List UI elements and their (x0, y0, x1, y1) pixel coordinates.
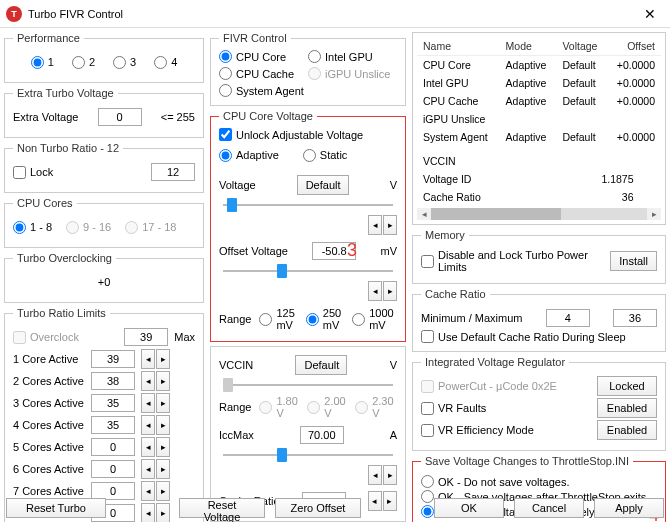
table-row: System AgentAdaptiveDefault+0.0000 (417, 128, 661, 146)
vccin-range-option: 1.80 V (259, 395, 301, 419)
core-value-input[interactable] (91, 460, 135, 478)
performance-option[interactable]: 1 (31, 56, 54, 69)
fivr-option[interactable]: CPU Core (219, 50, 308, 63)
offset-down[interactable]: ◂ (368, 281, 382, 301)
performance-option[interactable]: 3 (113, 56, 136, 69)
voltage-table: NameModeVoltageOffset CPU CoreAdaptiveDe… (417, 37, 661, 146)
save-option[interactable]: OK - Do not save voltages. (421, 475, 657, 488)
offset-up[interactable]: ▸ (383, 281, 397, 301)
reset-voltage-button[interactable]: Reset Voltage (179, 498, 265, 518)
fivr-option[interactable]: Intel GPU (308, 50, 397, 63)
cores-option[interactable]: 1 - 8 (13, 221, 52, 234)
core-up[interactable]: ▸ (156, 393, 170, 413)
core-value-input[interactable] (91, 372, 135, 390)
non-turbo-input[interactable] (151, 163, 195, 181)
vrfaults-button[interactable]: Enabled (597, 398, 657, 418)
extra-voltage-label: Extra Voltage (13, 111, 78, 123)
overclock-checkbox[interactable]: Overclock (13, 331, 79, 344)
reset-turbo-button[interactable]: Reset Turbo (6, 498, 106, 518)
non-turbo-group: Non Turbo Ratio - 12 Lock (4, 142, 204, 193)
offset-range-option[interactable]: 1000 mV (352, 307, 397, 331)
voltage-slider[interactable] (219, 197, 397, 213)
cache-max-input[interactable] (613, 309, 657, 327)
zero-offset-button[interactable]: Zero Offset (275, 498, 361, 518)
core-value-input[interactable] (91, 350, 135, 368)
voltage-default-button[interactable]: Default (297, 175, 349, 195)
powercut-checkbox: PowerCut - µCode 0x2E (421, 380, 557, 393)
iccmax-input[interactable] (300, 426, 344, 444)
table-row: Intel GPUAdaptiveDefault+0.0000 (417, 74, 661, 92)
table-row: Cache Ratio36 (417, 188, 661, 206)
disable-power-limits-checkbox[interactable]: Disable and Lock Turbo Power Limits (421, 249, 604, 273)
offset-slider[interactable] (219, 263, 397, 279)
table-scrollbar[interactable]: ◂▸ (417, 208, 661, 220)
core-row: 6 Cores Active◂▸ (13, 459, 195, 479)
core-down[interactable]: ◂ (141, 415, 155, 435)
powercut-locked-button[interactable]: Locked (597, 376, 657, 396)
vreff-button[interactable]: Enabled (597, 420, 657, 440)
offset-range-option[interactable]: 125 mV (259, 307, 299, 331)
fivr-option: iGPU Unslice (308, 67, 397, 80)
table-row: iGPU Unslice (417, 110, 661, 128)
voltage-down[interactable]: ◂ (368, 215, 382, 235)
iccmax-down[interactable]: ◂ (368, 465, 382, 485)
core-row: 2 Cores Active◂▸ (13, 371, 195, 391)
core-down[interactable]: ◂ (141, 393, 155, 413)
core-value-input[interactable] (91, 416, 135, 434)
performance-option[interactable]: 4 (154, 56, 177, 69)
core-row: 3 Cores Active◂▸ (13, 393, 195, 413)
vccin-default-button[interactable]: Default (295, 355, 347, 375)
cores-option: 9 - 16 (66, 221, 111, 234)
voltage-mode-option[interactable]: Static (303, 149, 348, 162)
cores-option: 17 - 18 (125, 221, 176, 234)
core-value-input[interactable] (91, 438, 135, 456)
ok-button[interactable]: OK (434, 498, 504, 518)
core-value-input[interactable] (91, 394, 135, 412)
turbo-limits-group: Turbo Ratio Limits Overclock Max 1 Core … (4, 307, 204, 522)
performance-legend: Performance (13, 32, 84, 44)
ivr-group: Integrated Voltage Regulator PowerCut - … (412, 356, 666, 451)
apply-button[interactable]: Apply (594, 498, 664, 518)
core-down[interactable]: ◂ (141, 371, 155, 391)
cache-min-input[interactable] (546, 309, 590, 327)
table-row: VCCIN (417, 152, 661, 170)
cache-ratio-group: Cache Ratio Minimum / Maximum Use Defaul… (412, 288, 666, 352)
offset-range-option[interactable]: 250 mV (306, 307, 346, 331)
overclock-value[interactable] (124, 328, 168, 346)
voltage-mode-option[interactable]: Adaptive (219, 149, 279, 162)
core-down[interactable]: ◂ (141, 437, 155, 457)
performance-option[interactable]: 2 (72, 56, 95, 69)
cancel-button[interactable]: Cancel (514, 498, 584, 518)
vrfaults-checkbox[interactable]: VR Faults (421, 402, 486, 415)
install-button[interactable]: Install (610, 251, 657, 271)
lock-checkbox[interactable]: Lock (13, 166, 53, 179)
core-down[interactable]: ◂ (141, 459, 155, 479)
extra-voltage-input[interactable] (98, 108, 142, 126)
voltage-table-group: NameModeVoltageOffset CPU CoreAdaptiveDe… (412, 32, 666, 225)
vccin-slider[interactable] (219, 377, 397, 393)
window-title: Turbo FIVR Control (28, 8, 123, 20)
core-up[interactable]: ▸ (156, 349, 170, 369)
core-up[interactable]: ▸ (156, 415, 170, 435)
table-row: Voltage ID1.1875 (417, 170, 661, 188)
unlock-voltage-checkbox[interactable]: Unlock Adjustable Voltage (219, 128, 397, 141)
vreff-checkbox[interactable]: VR Efficiency Mode (421, 424, 534, 437)
table-row: CPU CoreAdaptiveDefault+0.0000 (417, 56, 661, 75)
core-down[interactable]: ◂ (141, 349, 155, 369)
core-up[interactable]: ▸ (156, 371, 170, 391)
core-up[interactable]: ▸ (156, 437, 170, 457)
iccmax-up[interactable]: ▸ (383, 465, 397, 485)
turbo-oc-group: Turbo Overclocking +0 (4, 252, 204, 303)
close-icon[interactable]: ✕ (636, 4, 664, 24)
iccmax-slider[interactable] (219, 447, 397, 463)
fivr-option[interactable]: CPU Cache (219, 67, 308, 80)
core-up[interactable]: ▸ (156, 459, 170, 479)
fivr-control-group: FIVR Control CPU CoreIntel GPUCPU Cachei… (210, 32, 406, 106)
voltage-up[interactable]: ▸ (383, 215, 397, 235)
extra-turbo-group: Extra Turbo Voltage Extra Voltage <= 255 (4, 87, 204, 138)
fivr-option[interactable]: System Agent (219, 84, 308, 97)
core-row: 1 Core Active◂▸ (13, 349, 195, 369)
vccin-group: VCCIN Default V Range 1.80 V2.00 V2.30 V… (210, 346, 406, 522)
cache-sleep-checkbox[interactable]: Use Default Cache Ratio During Sleep (421, 330, 657, 343)
cpu-core-voltage-group: CPU Core Voltage 3 Unlock Adjustable Vol… (210, 110, 406, 342)
